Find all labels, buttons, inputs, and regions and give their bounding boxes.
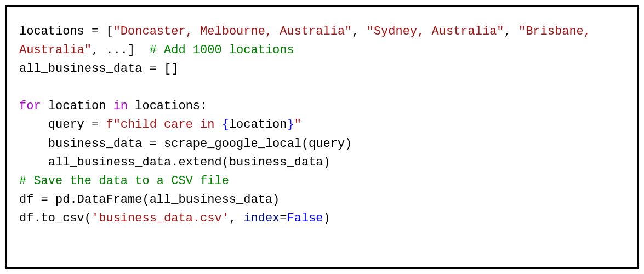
code-token: location <box>229 118 287 132</box>
code-token: df.to_csv( <box>19 212 92 225</box>
code-token: # Save the data to a CSV file <box>19 174 229 188</box>
code-token: , <box>352 25 366 38</box>
code-token: locations: <box>128 99 207 113</box>
code-token: { <box>222 118 229 132</box>
code-content: locations = ["Doncaster, Melbourne, Aust… <box>19 22 625 228</box>
code-token: index <box>243 212 280 225</box>
code-token: f"child care in <box>106 118 221 132</box>
code-token: } <box>287 118 294 132</box>
code-token: , <box>229 212 243 225</box>
code-token: ) <box>323 212 330 225</box>
code-token: query = <box>19 118 106 132</box>
code-token: # Add 1000 locations <box>150 43 294 57</box>
code-token: False <box>287 212 323 225</box>
code-block: locations = ["Doncaster, Melbourne, Aust… <box>5 5 639 269</box>
code-token: for <box>19 99 41 113</box>
code-token: business_data = scrape_google_local(quer… <box>19 137 352 151</box>
code-token: " <box>294 118 301 132</box>
code-token: "Sydney, Australia" <box>367 25 504 38</box>
code-token: location <box>41 99 113 113</box>
code-token: in <box>113 99 128 113</box>
code-token: = <box>280 212 287 225</box>
code-token: 'business_data.csv' <box>92 212 229 225</box>
code-token: , ...] <box>92 43 150 57</box>
code-token: df = pd.DataFrame(all_business_data) <box>19 193 280 207</box>
code-token: "Doncaster, Melbourne, Australia" <box>113 25 352 38</box>
code-token: all_business_data = [] <box>19 62 178 76</box>
code-token: , <box>504 25 518 38</box>
code-token: locations = [ <box>19 25 113 38</box>
code-token: all_business_data.extend(business_data) <box>19 156 330 169</box>
